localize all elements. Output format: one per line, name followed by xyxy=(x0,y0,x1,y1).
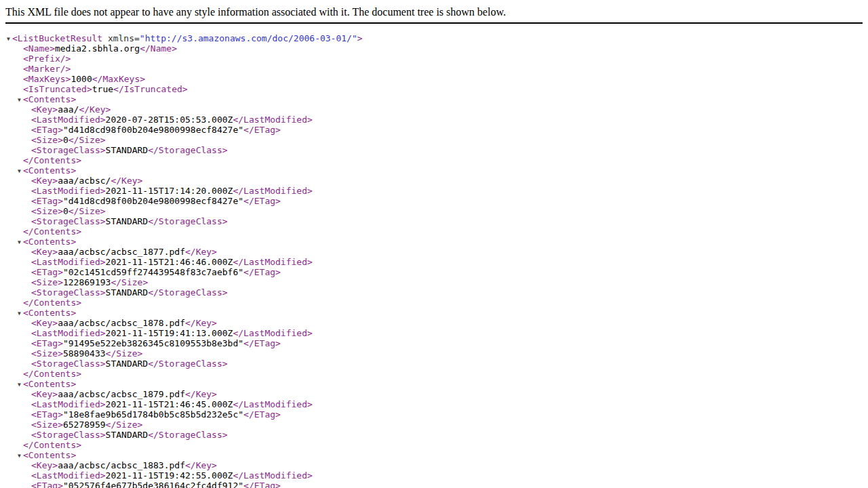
text-value: true xyxy=(92,84,113,94)
lastmodified-line: <LastModified>2021-11-15T21:46:45.000Z</… xyxy=(5,399,863,409)
text-value: 58890433 xyxy=(63,348,106,359)
open-tag: <ETag> xyxy=(31,196,63,206)
open-tag: <Key> xyxy=(31,460,58,470)
contents-close-line: </Contents> xyxy=(5,369,863,379)
storageclass-line: <StorageClass>STANDARD</StorageClass> xyxy=(5,216,863,226)
close-tag: </ETag> xyxy=(243,409,281,420)
text-value: 2021-11-15T21:46:46.000Z xyxy=(106,257,233,267)
close-tag: </StorageClass> xyxy=(148,359,227,369)
close-tag: </Contents> xyxy=(23,226,81,237)
contents-close-line: </Contents> xyxy=(5,440,863,450)
text-value: 2020-07-28T15:05:53.000Z xyxy=(106,115,233,125)
close-tag: </Size> xyxy=(68,135,106,145)
open-tag: <ETag> xyxy=(31,409,63,420)
text-value: 1000 xyxy=(71,74,92,84)
open-tag: <Contents> xyxy=(23,165,76,176)
open-tag: <Key> xyxy=(31,104,58,115)
text-value: 65278959 xyxy=(63,420,106,430)
text-value: aaa/ xyxy=(58,104,79,115)
open-tag: <MaxKeys> xyxy=(23,74,71,84)
text-value: 2021-11-15T21:46:45.000Z xyxy=(106,399,233,409)
key-line: <Key>aaa/</Key> xyxy=(5,104,863,115)
contents-open-line: ▼<Contents> xyxy=(5,94,863,104)
open-tag: <Key> xyxy=(31,176,58,186)
text-value: aaa/acbsc/acbsc_1877.pdf xyxy=(58,247,185,257)
text-value: STANDARD xyxy=(106,430,149,440)
storageclass-line: <StorageClass>STANDARD</StorageClass> xyxy=(5,430,863,440)
contents-open-line: ▼<Contents> xyxy=(5,379,863,389)
xml-document-tree: ▼<ListBucketResult xmlns="http://s3.amaz… xyxy=(5,33,863,488)
name-line: <Name>media2.sbhla.org</Name> xyxy=(5,43,863,54)
expander-icon[interactable]: ▼ xyxy=(18,95,23,105)
close-tag: </ETag> xyxy=(243,125,281,135)
text-value: 0 xyxy=(63,206,68,216)
open-tag: <StorageClass> xyxy=(31,287,106,298)
open-tag: <LastModified> xyxy=(31,328,106,338)
close-tag: </Name> xyxy=(140,43,177,54)
storageclass-line: <StorageClass>STANDARD</StorageClass> xyxy=(5,145,863,155)
close-tag: </StorageClass> xyxy=(148,216,227,226)
text-value: "052576f4e677b5de386164c2fc4df912" xyxy=(63,481,243,488)
open-tag: <ETag> xyxy=(31,267,63,277)
self-closing-tag: <Prefix/> xyxy=(23,54,71,64)
key-line: <Key>aaa/acbsc/</Key> xyxy=(5,176,863,186)
open-tag: <Contents> xyxy=(23,308,76,318)
marker-line: <Marker/> xyxy=(5,64,863,74)
size-line: <Size>0</Size> xyxy=(5,135,863,145)
text-value: aaa/acbsc/acbsc_1883.pdf xyxy=(58,460,185,470)
open-tag: <Contents> xyxy=(23,379,76,389)
close-tag: </Key> xyxy=(79,104,111,115)
close-tag: </ETag> xyxy=(243,267,281,277)
close-tag: </LastModified> xyxy=(233,470,312,481)
open-tag: <LastModified> xyxy=(31,115,106,125)
open-tag: <StorageClass> xyxy=(31,145,106,155)
open-tag: <Contents> xyxy=(23,94,76,104)
open-tag: <LastModified> xyxy=(31,186,106,196)
close-tag: </LastModified> xyxy=(233,399,312,409)
maxkeys-line: <MaxKeys>1000</MaxKeys> xyxy=(5,74,863,84)
open-tag: <Size> xyxy=(31,277,63,287)
open-tag: <ETag> xyxy=(31,338,63,348)
open-tag: <Size> xyxy=(31,206,63,216)
size-line: <Size>122869193</Size> xyxy=(5,277,863,287)
close-tag: </MaxKeys> xyxy=(92,74,145,84)
lastmodified-line: <LastModified>2021-11-15T19:41:13.000Z</… xyxy=(5,328,863,338)
key-line: <Key>aaa/acbsc/acbsc_1878.pdf</Key> xyxy=(5,318,863,328)
etag-line: <ETag>"18e8fae9b65d1784b0b5c85b5d232e5c"… xyxy=(5,409,863,420)
text-value: "91495e522eb3826345c8109553b8e3bd" xyxy=(63,338,243,348)
etag-line: <ETag>"02c1451cd59ff274439548f83c7aebf6"… xyxy=(5,267,863,277)
xmlns-attr-value: "http://s3.amazonaws.com/doc/2006-03-01/… xyxy=(140,33,357,43)
text-value: "18e8fae9b65d1784b0b5c85b5d232e5c" xyxy=(63,409,243,420)
expander-icon[interactable]: ▼ xyxy=(7,34,12,44)
close-tag: </IsTruncated> xyxy=(113,84,188,94)
equals-sign: = xyxy=(134,33,140,43)
text-value: aaa/acbsc/acbsc_1879.pdf xyxy=(58,389,185,399)
close-tag: </Contents> xyxy=(23,440,81,450)
storageclass-line: <StorageClass>STANDARD</StorageClass> xyxy=(5,287,863,298)
open-tag: <Name> xyxy=(23,43,55,54)
open-tag: <Key> xyxy=(31,247,58,257)
contents-close-line: </Contents> xyxy=(5,298,863,308)
root-open-tag-end: > xyxy=(357,33,363,43)
key-line: <Key>aaa/acbsc/acbsc_1883.pdf</Key> xyxy=(5,460,863,470)
expander-icon[interactable]: ▼ xyxy=(18,166,23,176)
expander-icon[interactable]: ▼ xyxy=(18,380,23,390)
close-tag: </Size> xyxy=(106,420,143,430)
etag-line: <ETag>"d41d8cd98f00b204e9800998ecf8427e"… xyxy=(5,125,863,135)
key-line: <Key>aaa/acbsc/acbsc_1879.pdf</Key> xyxy=(5,389,863,399)
text-value: STANDARD xyxy=(106,287,149,298)
close-tag: </Key> xyxy=(111,176,142,186)
expander-icon[interactable]: ▼ xyxy=(18,237,23,247)
close-tag: </Contents> xyxy=(23,298,81,308)
text-value: aaa/acbsc/ xyxy=(58,176,111,186)
text-value: "d41d8cd98f00b204e9800998ecf8427e" xyxy=(63,125,243,135)
open-tag: <StorageClass> xyxy=(31,359,106,369)
xml-viewer-page: This XML file does not appear to have an… xyxy=(5,5,863,488)
self-closing-tag: <Marker/> xyxy=(23,64,71,74)
close-tag: </Contents> xyxy=(23,155,81,165)
expander-icon[interactable]: ▼ xyxy=(18,308,23,319)
notice-text: This XML file does not appear to have an… xyxy=(5,7,863,18)
open-tag: <LastModified> xyxy=(31,470,106,481)
close-tag: </Key> xyxy=(185,247,217,257)
expander-icon[interactable]: ▼ xyxy=(18,451,23,461)
